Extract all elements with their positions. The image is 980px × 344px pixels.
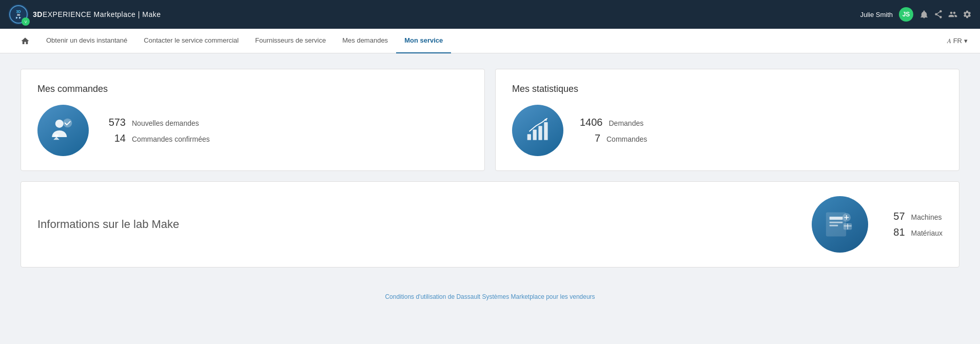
stat-row-confirmees: 14 Commandes confirmées [105, 132, 210, 144]
header-right: Julie Smith JS [860, 7, 972, 22]
svg-rect-4 [538, 126, 542, 140]
stat-row-demandes: 1406 Demandes [580, 117, 647, 128]
stat-label-demandes: Demandes [609, 119, 644, 127]
stat-row-materiaux: 81 Matériaux [885, 226, 943, 238]
nav-item-mon-service[interactable]: Mon service [396, 29, 451, 53]
svg-rect-2 [527, 134, 531, 140]
top-cards-row: Mes commandes 573 [21, 69, 959, 171]
stat-row-commandes: 7 Commandes [580, 132, 647, 144]
stat-number-confirmees: 14 [105, 132, 126, 144]
stat-number-machines: 57 [885, 211, 905, 222]
chevron-down-icon: ▾ [964, 37, 968, 45]
stat-label-materiaux: Matériaux [911, 229, 943, 237]
stat-number-demandes: 1406 [580, 117, 603, 128]
svg-rect-9 [829, 222, 842, 223]
card-commandes-content: 573 Nouvelles demandes 14 Commandes conf… [37, 105, 468, 156]
svg-rect-3 [533, 130, 537, 140]
stat-number-materiaux: 81 [885, 226, 905, 238]
statistiques-stats: 1406 Demandes 7 Commandes [580, 117, 647, 144]
footer: Conditions d'utilisation de Dassault Sys… [0, 283, 980, 311]
header: 3D 30 ▶ ▶ V 3DEXPERIENCE Marketplace | M… [0, 0, 980, 29]
commandes-icon-circle [37, 105, 89, 156]
svg-rect-8 [829, 217, 842, 220]
nav-item-devis[interactable]: Obtenir un devis instantané [38, 29, 135, 53]
stat-number-commandes-stat: 7 [580, 132, 600, 144]
language-label: FR [953, 37, 962, 45]
app-title: 3DEXPERIENCE Marketplace | Make [33, 10, 161, 18]
main-content: Mes commandes 573 [0, 53, 980, 283]
svg-point-0 [55, 120, 64, 128]
home-nav-button[interactable] [12, 29, 38, 53]
stat-label-nouvelles: Nouvelles demandes [132, 119, 199, 127]
stat-row-machines: 57 Machines [885, 211, 943, 222]
nav-item-demandes[interactable]: Mes demandes [334, 29, 396, 53]
version-badge: V [22, 17, 30, 26]
header-icons [919, 10, 972, 19]
card-statistiques[interactable]: Mes statistiques [495, 69, 959, 171]
lab-stats: 57 Machines 81 Matériaux [885, 211, 943, 238]
stat-row-nouvelles: 573 Nouvelles demandes [105, 117, 210, 128]
app-logo[interactable]: 3D 30 ▶ ▶ V 3DEXPERIENCE Marketplace | M… [8, 4, 161, 25]
language-selector[interactable]: 𝐴 FR ▾ [947, 37, 968, 45]
stat-number-nouvelles: 573 [105, 117, 126, 128]
user-avatar[interactable]: JS [899, 7, 913, 22]
footer-link[interactable]: Conditions d'utilisation de Dassault Sys… [385, 293, 595, 300]
card-commandes[interactable]: Mes commandes 573 [21, 69, 485, 171]
card-commandes-title: Mes commandes [37, 84, 468, 94]
svg-rect-5 [544, 122, 547, 140]
share-icon[interactable] [934, 10, 943, 19]
ds-logo-icon: 3D 30 ▶ ▶ V [8, 4, 29, 25]
card-lab-title: Informations sur le lab Make [37, 218, 812, 231]
nav-item-fournisseurs[interactable]: Fournisseurs de service [247, 29, 334, 53]
stat-label-machines: Machines [911, 213, 942, 221]
settings-icon[interactable] [963, 10, 972, 19]
svg-rect-10 [829, 225, 838, 226]
card-statistiques-title: Mes statistiques [512, 84, 943, 94]
navbar: Obtenir un devis instantané Contacter le… [0, 29, 980, 53]
statistiques-icon-circle [512, 105, 563, 156]
card-statistiques-content: 1406 Demandes 7 Commandes [512, 105, 943, 156]
nav-item-commercial[interactable]: Contacter le service commercial [135, 29, 247, 53]
stat-label-confirmees: Commandes confirmées [132, 135, 210, 143]
commandes-stats: 573 Nouvelles demandes 14 Commandes conf… [105, 117, 210, 144]
lab-icon-circle [812, 196, 868, 253]
notification-icon[interactable] [919, 10, 929, 19]
people-icon[interactable] [948, 10, 957, 19]
user-name: Julie Smith [860, 11, 893, 18]
card-lab-content: 57 Machines 81 Matériaux [812, 196, 943, 253]
language-icon: 𝐴 [947, 37, 951, 45]
svg-point-1 [63, 119, 72, 127]
card-lab[interactable]: Informations sur le lab Make [21, 181, 959, 267]
stat-label-commandes-stat: Commandes [606, 135, 647, 143]
